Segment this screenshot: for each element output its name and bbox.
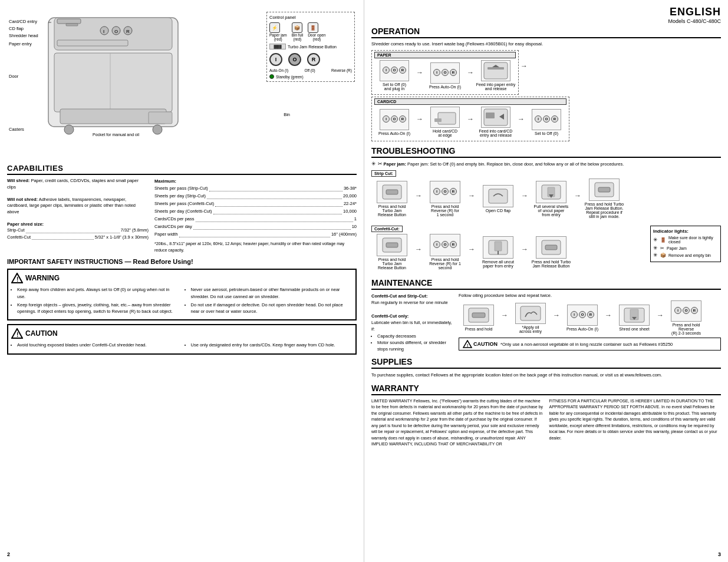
label-pocket: Pocket for manual and oil bbox=[93, 133, 139, 137]
maint-step-1: *Apply oilacross entry bbox=[510, 303, 551, 333]
caution-left-col: Avoid touching exposed blades under Conf… bbox=[11, 342, 179, 350]
ts-paperjam-desc: ✳ ✂ Paper jam: Paper jam: Set to Off (0)… bbox=[371, 161, 721, 167]
capabilities-content: Will shred: Paper, credit cards, CD/DVDs… bbox=[7, 178, 357, 253]
caution-box: ! CAUTION Avoid touching exposed blades … bbox=[7, 324, 357, 354]
maintenance-right: Follow oiling procedure below and repeat… bbox=[459, 293, 721, 352]
arrow-5: → bbox=[518, 115, 525, 123]
confetti-strip-label: Confetti-Cut and Strip-Cut: bbox=[371, 293, 427, 299]
supplies-title: SUPPLIES bbox=[371, 357, 721, 369]
warranty-col-1: LIMITED WARRANTY Fellowes, Inc. ("Fellow… bbox=[371, 398, 543, 448]
hold-card-icon bbox=[432, 108, 458, 127]
standby-indicator bbox=[269, 74, 274, 79]
ts-confetti-arrow-0: → bbox=[415, 245, 422, 253]
press-hold-icon bbox=[381, 184, 403, 200]
confetti-strip-text: Run regularly in reverse for one minute bbox=[371, 300, 448, 305]
svg-rect-41 bbox=[495, 242, 502, 251]
warning-box: ! WARNING Keep away from children and pe… bbox=[7, 269, 357, 320]
spec-row-2: Sheets per pass (Confetti-Cut) 22-24* bbox=[154, 200, 357, 207]
ior-row: I O R bbox=[269, 53, 352, 66]
op-step-0: IOR Set to Off (0)and plug in bbox=[374, 60, 414, 91]
spec-row-1: Sheets per day (Strip-Cut) 20,000 bbox=[154, 193, 357, 200]
warning-header: ! WARNING bbox=[11, 273, 353, 283]
remove-paper-icon bbox=[487, 239, 509, 256]
op-step-img-3: IOR bbox=[380, 109, 409, 130]
op-step-5: Feed into card/CDentry and release bbox=[476, 107, 516, 137]
maint-step-2: IOR Press Auto-On (I) bbox=[562, 305, 602, 331]
op-step-label-6: Set to Off (0) bbox=[535, 131, 558, 135]
spec-label-2: Sheets per pass (Confetti-Cut) bbox=[154, 200, 214, 207]
op-step-3: IOR Press Auto-On (I) bbox=[374, 109, 414, 135]
capabilities-section: CAPABILITIES Will shred: Paper, credit c… bbox=[7, 164, 357, 253]
ts-confetti-arrow-1: → bbox=[468, 245, 475, 253]
cardcd-tag: CARD/CD bbox=[374, 98, 566, 105]
confetti-bullet-0: Capacity decreases bbox=[377, 333, 454, 339]
paperjam-icon: ⚡ bbox=[269, 22, 280, 33]
ts-strip-label: Strip Cut: bbox=[371, 170, 721, 177]
ts-strip-img-4 bbox=[589, 178, 620, 201]
op-step-label-4: Hold card/CDat edge bbox=[433, 129, 457, 137]
troubleshooting-title: TROUBLESHOOTING bbox=[371, 146, 721, 158]
maint-step-img-0 bbox=[463, 305, 494, 326]
off-label: Off (0) bbox=[304, 68, 315, 72]
spec-label-1: Sheets per day (Strip-Cut) bbox=[154, 193, 206, 200]
label-cdflap: CD flap bbox=[9, 26, 24, 31]
warranty-col-2: FITNESS FOR A PARTICULAR PURPOSE, IS HER… bbox=[549, 398, 722, 448]
ts-strip-img-1: IOR bbox=[430, 181, 460, 203]
caution-item-1: Use only designated entry for cards/CDs.… bbox=[191, 342, 353, 348]
arrow-0: → bbox=[416, 68, 423, 77]
spec-footnote: *20lbs., 8.5"x11" paper at 120v, 60Hz, 1… bbox=[154, 240, 357, 253]
maint-step-img-3 bbox=[619, 305, 650, 326]
warning-content: Keep away from children and pets. Always… bbox=[11, 286, 353, 316]
ts-strip-step-2: Open CD flap bbox=[477, 185, 519, 213]
svg-rect-31 bbox=[386, 190, 398, 194]
maint-step-label-3: Shred one sheet bbox=[619, 327, 649, 331]
ts-strip-steps: Press and holdTurbo JamRelease Button → … bbox=[371, 178, 721, 219]
ts-strip-col: Strip Cut: Press and holdTurbo JamReleas… bbox=[371, 170, 721, 222]
spec-label-3: Sheets per day (Confetti-Cut) bbox=[154, 208, 212, 215]
caution-triangle-icon: ! bbox=[11, 328, 23, 339]
press-hold-repeat-icon bbox=[594, 181, 615, 198]
arrow-3: → bbox=[416, 115, 423, 123]
ts-confetti-label-3: Press and hold TurboJam Release Button bbox=[532, 260, 571, 268]
indicator-lights-box: Indicator lights: ✳ 🚪 Make sure door is … bbox=[650, 226, 721, 262]
arrow-4: → bbox=[467, 115, 474, 123]
models-subtitle: Models C-480/C-480C bbox=[371, 18, 721, 24]
maint-caution-label: ! CAUTION bbox=[463, 340, 498, 348]
ts-strip-label-2: Open CD flap bbox=[486, 209, 510, 213]
op-step-1: IOR Press Auto-On (I) bbox=[425, 62, 465, 89]
op-step-img-5 bbox=[481, 107, 510, 128]
ts-confetti-step-1: IOR Press and holdReverse (R) for 1secon… bbox=[424, 234, 466, 270]
ts-confetti-step-0: Press and holdTurbo JamRelease Button bbox=[371, 234, 413, 270]
ts-strip-step-4: Press and hold Turbo Jam Release Button.… bbox=[584, 178, 625, 219]
language-title: ENGLISH bbox=[371, 6, 721, 18]
ts-strip-step-1: IOR Press and holdReverse (R) for1 secon… bbox=[424, 181, 466, 217]
spec-label-5: Cards/CDs per day bbox=[154, 223, 192, 230]
svg-text:!: ! bbox=[467, 343, 468, 348]
auto-on-btn: I bbox=[269, 53, 282, 66]
open-cdflap-icon bbox=[487, 188, 509, 204]
right-page-number: 3 bbox=[718, 551, 721, 557]
ts-arrow-3: → bbox=[574, 191, 581, 200]
op-step-img-1: IOR bbox=[430, 62, 460, 84]
standby-label: Standby (green) bbox=[276, 75, 304, 79]
maint-step-4: IOR Press and hold Reverse(R) 2-3 second… bbox=[666, 300, 706, 335]
ts-strip-img-2 bbox=[483, 185, 513, 207]
cardcd-group-box: CARD/CD IOR Press Auto-On (I) → bbox=[371, 97, 569, 141]
control-panel: Control panel ⚡ Paper jam(red) 📦 Bin ful… bbox=[266, 12, 355, 82]
warning-item-3: Do not use if damaged or defective. Do n… bbox=[191, 302, 353, 315]
ts-strip-step-0: Press and holdTurbo JamRelease Button bbox=[371, 181, 413, 217]
spec-row-6: Paper width 16" (400mm) bbox=[154, 231, 357, 238]
ts-confetti-step-2: Remove all uncutpaper from entry bbox=[477, 236, 519, 268]
ts-confetti-col: Confetti-Cut: Press and holdTurbo JamRel… bbox=[371, 226, 647, 273]
operation-title: OPERATION bbox=[371, 27, 721, 38]
caution-header: ! CAUTION bbox=[11, 328, 353, 339]
indicator-text-1: Paper Jam bbox=[667, 246, 687, 250]
warning-right-col: Never use aerosol, petroleum-based or ot… bbox=[185, 286, 353, 316]
binfull-icon: 📦 bbox=[292, 22, 302, 33]
label-paperentry: Paper entry bbox=[9, 41, 32, 47]
op-step-2: Feed into paper entryand release bbox=[476, 60, 516, 91]
ts-confetti-indicator-row: Confetti-Cut: Press and holdTurbo JamRel… bbox=[371, 226, 721, 273]
spec-label-0: Sheets per pass (Strip-Cut) bbox=[154, 185, 208, 192]
indicator-text-0: Make sure door is tightly closed bbox=[668, 236, 718, 244]
op-step-img-6: IOR bbox=[532, 109, 561, 130]
